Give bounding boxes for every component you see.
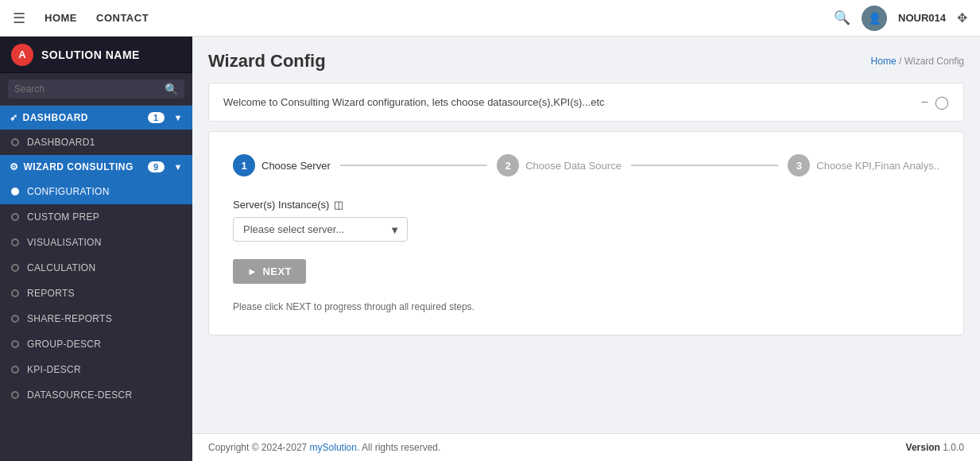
avatar: 👤 bbox=[862, 6, 887, 31]
footer-link[interactable]: mySolution. bbox=[310, 442, 360, 453]
wizard-footer-text: Please click NEXT to progress through al… bbox=[233, 301, 939, 312]
step-1-circle: 1 bbox=[233, 154, 255, 176]
page-footer: Copyright © 2024-2027 mySolution. All ri… bbox=[192, 433, 980, 461]
sidebar-group-label-wizard: WIZARD CONSULTING bbox=[24, 161, 134, 172]
footer-version: Version 1.0.0 bbox=[906, 442, 964, 453]
dot-icon-configuration bbox=[11, 188, 19, 196]
next-btn-label: NEXT bbox=[262, 265, 292, 277]
dot-icon-custom-prep bbox=[11, 213, 19, 221]
info-text: Welcome to Consulting Wizard configurati… bbox=[223, 96, 605, 108]
content-inner: Wizard Config Home / Wizard Config Welco… bbox=[192, 37, 980, 433]
gear-icon: ⚙ bbox=[10, 161, 19, 172]
content-area: Wizard Config Home / Wizard Config Welco… bbox=[192, 37, 980, 461]
sidebar-item-configuration[interactable]: CONFIGURATION bbox=[0, 179, 192, 204]
server-select[interactable]: Please select server... bbox=[233, 217, 408, 242]
step-3-circle: 3 bbox=[788, 154, 810, 176]
sidebar-item-label: REPORTS bbox=[27, 288, 75, 299]
sidebar-item-datasource-descr[interactable]: DATASOURCE-DESCR bbox=[0, 382, 192, 408]
wizard-badge: 9 bbox=[148, 161, 165, 172]
sidebar-item-label: VISUALISATION bbox=[27, 237, 102, 248]
minimize-button[interactable]: − bbox=[921, 95, 928, 110]
sidebar-brand-name: SOLUTION NAME bbox=[41, 48, 140, 61]
search-input[interactable] bbox=[14, 83, 160, 95]
footer-rights: All rights reserved. bbox=[359, 442, 440, 453]
stepper: 1 Choose Server 2 Choose Data Source 3 C… bbox=[233, 154, 939, 176]
sidebar-item-label: CONFIGURATION bbox=[27, 186, 110, 197]
search-icon[interactable]: 🔍 bbox=[834, 10, 850, 26]
next-button[interactable]: ► NEXT bbox=[233, 259, 306, 284]
sidebar-logo: A bbox=[11, 44, 33, 66]
table-icon: ◫ bbox=[334, 199, 343, 211]
sidebar-item-label: SHARE-REPORTS bbox=[27, 313, 112, 324]
step-3: 3 Choose KPI,Finan Analys.. bbox=[788, 154, 939, 176]
step-1-label: Choose Server bbox=[261, 160, 331, 172]
breadcrumb-home[interactable]: Home bbox=[871, 56, 897, 67]
sidebar-group-header-dashboard[interactable]: ➶ DASHBOARD 1 ▼ bbox=[0, 106, 192, 130]
info-box: Welcome to Consulting Wizard configurati… bbox=[208, 83, 964, 122]
footer-copyright: Copyright © 2024-2027 mySolution. All ri… bbox=[208, 442, 440, 453]
nav-home[interactable]: HOME bbox=[45, 12, 77, 24]
sidebar-group-wizard: ⚙ WIZARD CONSULTING 9 ▼ CONFIGURATION CU… bbox=[0, 155, 192, 408]
breadcrumb-current: Wizard Config bbox=[904, 56, 964, 67]
nav-contact[interactable]: CONTACT bbox=[96, 12, 149, 24]
dot-icon-reports bbox=[11, 289, 19, 297]
chevron-down-icon-2: ▼ bbox=[174, 162, 183, 172]
sidebar-item-label: CALCULATION bbox=[27, 262, 95, 273]
server-select-wrap: Please select server... ▼ bbox=[233, 217, 408, 242]
sidebar-item-dashboard1[interactable]: DASHBOARD1 bbox=[0, 130, 192, 155]
dot-icon-group-descr bbox=[11, 340, 19, 348]
sidebar-item-reports[interactable]: REPORTS bbox=[0, 281, 192, 306]
wizard-box: 1 Choose Server 2 Choose Data Source 3 C… bbox=[208, 131, 964, 335]
dot-icon-datasource-descr bbox=[11, 391, 19, 399]
sidebar-item-custom-prep[interactable]: CUSTOM PREP bbox=[0, 204, 192, 230]
dot-icon-kpi-descr bbox=[11, 366, 19, 374]
dot-icon bbox=[11, 138, 19, 146]
username: NOUR014 bbox=[898, 12, 946, 24]
sidebar-search-area: 🔍 bbox=[0, 73, 192, 106]
sidebar-group-label-dashboard: DASHBOARD bbox=[23, 112, 89, 123]
nav-right: 🔍 👤 NOUR014 ✥ bbox=[834, 6, 967, 31]
sidebar: A SOLUTION NAME 🔍 ➶ DASHBOARD 1 ▼ DASHBO… bbox=[0, 37, 192, 461]
step-line-2 bbox=[631, 165, 778, 166]
step-2: 2 Choose Data Source bbox=[497, 154, 622, 176]
sidebar-item-calculation[interactable]: CALCULATION bbox=[0, 255, 192, 281]
fullscreen-icon[interactable]: ✥ bbox=[957, 10, 967, 25]
sidebar-search-wrap: 🔍 bbox=[8, 79, 184, 99]
version-number: 1.0.0 bbox=[943, 442, 964, 453]
dot-icon-calculation bbox=[11, 264, 19, 272]
sidebar-item-visualisation[interactable]: VISUALISATION bbox=[0, 230, 192, 255]
step-line-1 bbox=[340, 165, 487, 166]
dot-icon-share-reports bbox=[11, 315, 19, 323]
chevron-down-icon: ▼ bbox=[174, 113, 183, 122]
chevron-right-icon: ► bbox=[247, 265, 258, 277]
sidebar-item-label: KPI-DESCR bbox=[27, 364, 81, 375]
sidebar-item-label: GROUP-DESCR bbox=[27, 339, 101, 350]
dashboard-badge: 1 bbox=[148, 112, 165, 123]
sidebar-group-header-wizard[interactable]: ⚙ WIZARD CONSULTING 9 ▼ bbox=[0, 155, 192, 179]
breadcrumb-separator: / bbox=[899, 56, 904, 67]
version-label: Version bbox=[906, 442, 940, 453]
top-nav: ☰ HOME CONTACT 🔍 👤 NOUR014 ✥ bbox=[0, 0, 980, 37]
sidebar-item-label: DATASOURCE-DESCR bbox=[27, 389, 132, 401]
close-info-button[interactable]: ◯ bbox=[935, 95, 949, 110]
sidebar-item-group-descr[interactable]: GROUP-DESCR bbox=[0, 331, 192, 357]
page-title: Wizard Config bbox=[208, 51, 326, 72]
step-3-label: Choose KPI,Finan Analys.. bbox=[816, 160, 939, 172]
sidebar-item-share-reports[interactable]: SHARE-REPORTS bbox=[0, 306, 192, 331]
search-button[interactable]: 🔍 bbox=[165, 83, 178, 95]
main-layout: A SOLUTION NAME 🔍 ➶ DASHBOARD 1 ▼ DASHBO… bbox=[0, 37, 980, 461]
dot-icon-visualisation bbox=[11, 238, 19, 246]
step-2-circle: 2 bbox=[497, 154, 519, 176]
server-instances-label: Server(s) Instance(s) ◫ bbox=[233, 199, 939, 211]
breadcrumb: Home / Wizard Config bbox=[871, 56, 964, 67]
step-1: 1 Choose Server bbox=[233, 154, 331, 176]
sidebar-brand: A SOLUTION NAME bbox=[0, 37, 192, 73]
sidebar-item-kpi-descr[interactable]: KPI-DESCR bbox=[0, 357, 192, 382]
sidebar-item-label: DASHBOARD1 bbox=[27, 137, 95, 148]
sidebar-item-label: CUSTOM PREP bbox=[27, 211, 99, 223]
step-2-label: Choose Data Source bbox=[525, 160, 622, 172]
sidebar-group-dashboard: ➶ DASHBOARD 1 ▼ DASHBOARD1 bbox=[0, 106, 192, 155]
hamburger-icon[interactable]: ☰ bbox=[13, 10, 25, 27]
dashboard-group-icon: ➶ bbox=[10, 112, 18, 123]
info-actions: − ◯ bbox=[921, 95, 949, 110]
